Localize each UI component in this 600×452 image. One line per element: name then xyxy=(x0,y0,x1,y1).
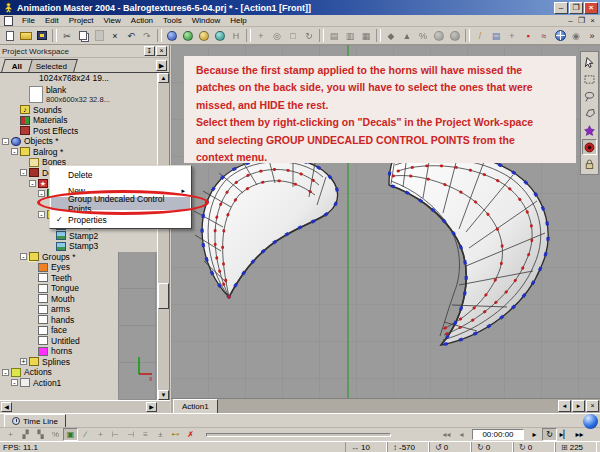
tree-item-balrog[interactable]: -Balrog * xyxy=(0,147,157,158)
tl-add-button[interactable]: + xyxy=(93,428,108,441)
close-button[interactable]: × xyxy=(584,2,598,14)
tl-move-button[interactable]: + xyxy=(3,428,18,441)
menu-help[interactable]: Help xyxy=(225,16,251,25)
mode-a-button[interactable]: ▤ xyxy=(326,28,342,43)
scroll-down-icon[interactable]: ▼ xyxy=(158,390,169,400)
tl-pencil-button[interactable]: ∕ xyxy=(78,428,93,441)
tree-item-splines[interactable]: +Splines xyxy=(0,357,118,368)
tree-item-stamp2[interactable]: Stamp2 xyxy=(0,231,157,242)
globe-button[interactable] xyxy=(552,28,568,43)
tree-item-mouth[interactable]: Mouth xyxy=(0,294,118,305)
expander-icon[interactable]: - xyxy=(29,180,36,187)
tl-select-button[interactable]: % xyxy=(48,428,63,441)
tl-scale-button[interactable]: ▞ xyxy=(18,428,33,441)
poly-lasso-tool[interactable] xyxy=(582,105,597,121)
tree-item-sounds[interactable]: ♪Sounds xyxy=(0,105,157,116)
toolbar-overflow-button[interactable]: » xyxy=(584,28,600,43)
paint-button[interactable]: / xyxy=(472,28,488,43)
workspace-tab-all[interactable]: All xyxy=(1,59,33,72)
loop-button[interactable]: ↻ xyxy=(542,428,557,441)
tree-item-1024x768x24-19[interactable]: 1024x768x24 19... xyxy=(0,73,157,84)
delete-button[interactable]: × xyxy=(107,28,123,43)
rect-select-tool[interactable] xyxy=(582,71,597,87)
open-button[interactable] xyxy=(18,28,34,43)
turn-view-button[interactable]: ↻ xyxy=(301,28,317,43)
go-end-button[interactable]: ▸▸ xyxy=(572,428,587,441)
arrow-tool[interactable] xyxy=(582,54,597,70)
library-actions-button[interactable] xyxy=(180,28,196,43)
tree-item-groups[interactable]: -Groups * xyxy=(0,252,118,263)
time-display[interactable]: 00:00:00 xyxy=(472,429,524,440)
tree-item-materials[interactable]: Materials xyxy=(0,115,157,126)
mode-c-button[interactable]: ▦ xyxy=(358,28,374,43)
timeline-tab[interactable]: Time Line xyxy=(4,414,66,427)
library-models-button[interactable] xyxy=(164,28,180,43)
tl-key-button[interactable]: ⊷ xyxy=(168,428,183,441)
menu-project[interactable]: Project xyxy=(64,16,99,25)
key-translate-button[interactable]: ◆ xyxy=(383,28,399,43)
wave-button[interactable]: ≈ xyxy=(536,28,552,43)
expander-icon[interactable]: - xyxy=(38,190,45,197)
grid-snap-button[interactable]: ▤ xyxy=(488,28,504,43)
library-images-button[interactable] xyxy=(212,28,228,43)
tab-scroll-right-button[interactable]: ▸ xyxy=(572,400,585,412)
workspace-tab-selected[interactable]: Selected xyxy=(25,59,78,72)
bound-view-button[interactable]: □ xyxy=(285,28,301,43)
scroll-up-icon[interactable]: ▲ xyxy=(158,73,169,83)
key-colors-button[interactable] xyxy=(447,28,463,43)
tl-next-frame-button[interactable]: ⊣ xyxy=(123,428,138,441)
group-tool[interactable] xyxy=(582,122,597,138)
menu-window[interactable]: Window xyxy=(187,16,225,25)
minimize-button[interactable]: – xyxy=(554,2,568,14)
paste-button[interactable] xyxy=(91,28,107,43)
step-back-button[interactable]: ◂ xyxy=(454,428,469,441)
mdi-close-button[interactable]: × xyxy=(587,16,598,25)
play-button[interactable]: ▸ xyxy=(527,428,542,441)
undo-button[interactable]: ↶ xyxy=(123,28,139,43)
menu-action[interactable]: Action xyxy=(126,16,158,25)
tree-item-eyes[interactable]: Eyes xyxy=(0,262,118,273)
expander-icon[interactable]: - xyxy=(20,169,27,176)
expander-icon[interactable]: - xyxy=(2,369,9,376)
cd-button[interactable]: ◉ xyxy=(568,28,584,43)
tl-delete-button[interactable]: ✗ xyxy=(183,428,198,441)
tree-item-face[interactable]: face xyxy=(0,325,118,336)
panel-close-icon[interactable]: × xyxy=(156,46,167,56)
copy-button[interactable] xyxy=(75,28,91,43)
step-forward-button[interactable]: ▸▏ xyxy=(557,428,572,441)
move-view-button[interactable]: + xyxy=(253,28,269,43)
tl-prev-frame-button[interactable]: ⊢ xyxy=(108,428,123,441)
menu-view[interactable]: View xyxy=(99,16,126,25)
hide-tool[interactable] xyxy=(582,139,597,155)
tl-show-image-button[interactable]: ▣ xyxy=(63,428,78,441)
cut-button[interactable]: ✂ xyxy=(59,28,75,43)
tree-item-objects[interactable]: -Objects * xyxy=(0,136,157,147)
tab-overflow-button[interactable]: ▶ xyxy=(156,60,167,71)
viewport[interactable]: Because the first stamp applied to the h… xyxy=(171,45,600,398)
mdi-minimize-button[interactable]: – xyxy=(565,16,576,25)
tree-horizontal-scrollbar[interactable]: ◀ ▶ xyxy=(0,400,170,413)
expander-icon[interactable]: - xyxy=(38,211,45,218)
add-button[interactable]: + xyxy=(504,28,520,43)
context-menu-item-delete[interactable]: Delete xyxy=(51,168,190,181)
expander-icon[interactable]: + xyxy=(20,358,27,365)
scroll-right-icon[interactable]: ▶ xyxy=(146,402,157,412)
lasso-tool[interactable] xyxy=(582,88,597,104)
tree-item-stamp3[interactable]: Stamp3 xyxy=(0,241,157,252)
key-rotate-button[interactable]: % xyxy=(415,28,431,43)
tl-skew-button[interactable]: ▚ xyxy=(33,428,48,441)
menu-file[interactable]: File xyxy=(17,16,40,25)
tree-item-blank[interactable]: blank800x600x32 32.8... xyxy=(0,84,157,105)
tl-center-button[interactable]: ≡ xyxy=(138,428,153,441)
viewport-tab-action1[interactable]: Action1 xyxy=(173,399,218,413)
library-materials-button[interactable] xyxy=(196,28,212,43)
tree-item-hands[interactable]: hands xyxy=(0,315,118,326)
tree-item-teeth[interactable]: Teeth xyxy=(0,273,118,284)
menu-tools[interactable]: Tools xyxy=(158,16,187,25)
tree-item-horns[interactable]: horns xyxy=(0,346,118,357)
expander-icon[interactable]: - xyxy=(20,253,27,260)
key-balls-button[interactable] xyxy=(431,28,447,43)
tl-range-button[interactable]: ± xyxy=(153,428,168,441)
tree-item-action1[interactable]: -Action1 xyxy=(0,378,118,389)
record-button[interactable]: ▪ xyxy=(520,28,536,43)
